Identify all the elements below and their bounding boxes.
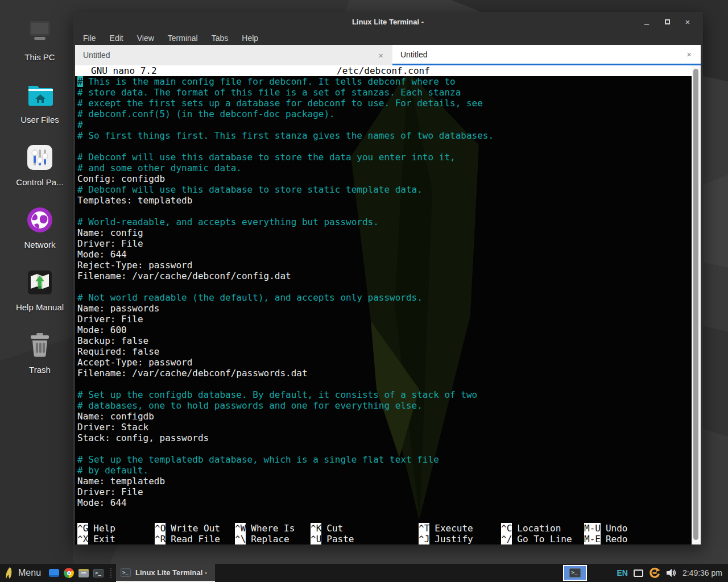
nano-shortcut-where-is[interactable]: ^WWhere Is [235, 523, 311, 534]
linux-lite-logo-icon [5, 567, 14, 579]
nano-shortcut-redo[interactable]: M-ERedo [584, 534, 692, 544]
desktop-icon-trash[interactable]: Trash [8, 329, 72, 375]
nano-line [75, 206, 692, 217]
nano-shortcut-paste[interactable]: ^UPaste [311, 534, 419, 544]
desktop-icon-user-files[interactable]: User Files [8, 78, 72, 124]
nano-line: Accept-Type: password [75, 357, 692, 368]
nano-shortcut-undo[interactable]: M-UUndo [584, 523, 692, 534]
nano-line: Mode: 644 [75, 249, 692, 260]
network-globe-icon [8, 203, 72, 236]
desktop-icon-this-pc[interactable]: This PC [8, 16, 72, 62]
tab-close-icon[interactable]: × [377, 51, 384, 60]
nano-shortcut-cut[interactable]: ^KCut [311, 523, 419, 534]
tray-terminal-icon[interactable]: >_ [563, 565, 587, 581]
nano-line: Name: templatedb [75, 476, 692, 487]
terminal-window: Linux Lite Terminal - – × FileEditViewTe… [73, 12, 703, 544]
updates-icon[interactable] [649, 567, 660, 579]
nano-line: Stack: config, passwords [75, 433, 692, 443]
nano-shortcut-go-to-line[interactable]: ^/Go To Line [501, 534, 584, 544]
nano-line: # databases, one to hold passwords and o… [75, 400, 692, 411]
terminal-icon: >_ [121, 568, 131, 577]
computer-icon [8, 16, 72, 49]
nano-line: Name: config [75, 227, 692, 238]
nano-shortcut-exit[interactable]: ^XExit [77, 534, 155, 544]
volume-icon[interactable] [666, 568, 677, 577]
terminal-launcher-icon[interactable]: >_ [91, 564, 106, 582]
desktop: This PC User Files [0, 0, 728, 582]
desktop-icon-help-manual[interactable]: Help Manual [8, 266, 72, 312]
maximize-button[interactable] [661, 15, 673, 28]
language-indicator[interactable]: EN [617, 568, 627, 577]
terminal-scrollbar[interactable] [692, 65, 701, 544]
tab-close-icon[interactable]: × [685, 49, 693, 59]
nano-shortcut-location[interactable]: ^CLocation [501, 523, 584, 534]
menu-item-file[interactable]: File [83, 34, 96, 43]
nano-shortcut-help[interactable]: ^GHelp [77, 523, 155, 534]
nano-shortcut-justify[interactable]: ^JJustify [419, 534, 501, 544]
taskbar-window-button[interactable]: >_ Linux Lite Terminal - [116, 564, 215, 582]
nano-cursor: # [77, 76, 83, 87]
nano-line [75, 443, 692, 454]
nano-line: Filename: /var/cache/debconf/passwords.d… [75, 368, 692, 379]
menu-item-edit[interactable]: Edit [110, 34, 123, 43]
nano-line [75, 281, 692, 292]
nano-line: # except the first sets up a database fo… [75, 98, 692, 109]
nano-line: # [75, 119, 692, 130]
clock[interactable]: 2:49:36 pm [682, 568, 728, 577]
close-button[interactable]: × [681, 15, 694, 28]
minimize-button[interactable]: – [640, 15, 653, 28]
nano-line: # Debconf will use this database to stor… [75, 184, 692, 195]
window-title: Linux Lite Terminal - [75, 18, 701, 26]
nano-shortcut-execute[interactable]: ^TExecute [419, 523, 501, 534]
nano-line: Mode: 600 [75, 325, 692, 335]
nano-line: Required: false [75, 346, 692, 357]
window-titlebar[interactable]: Linux Lite Terminal - – × [75, 12, 701, 31]
nano-line: Backup: false [75, 335, 692, 346]
trash-icon [8, 329, 72, 361]
nano-titlebar: GNU nano 7.2 /etc/debconf.conf [75, 65, 692, 76]
nano-buffer: # This is the main config file for debco… [75, 76, 692, 508]
nano-line: Driver: Stack [75, 422, 692, 433]
desktop-icon-network[interactable]: Network [8, 203, 72, 250]
nano-line [75, 379, 692, 389]
nano-line: Mode: 644 [75, 497, 692, 508]
nano-line: # World-readable, and accepts everything… [75, 217, 692, 227]
nano-line: Driver: File [75, 238, 692, 249]
nano-line: Driver: File [75, 487, 692, 497]
terminal-screen[interactable]: GNU nano 7.2 /etc/debconf.conf # This is… [75, 65, 692, 544]
file-manager-icon[interactable] [76, 564, 91, 582]
nano-line: Templates: templatedb [75, 195, 692, 206]
nano-line: # Set up the templatedb database, which … [75, 454, 692, 465]
tab-bar: Untitled × Untitled × [75, 45, 701, 65]
nano-line: # by default. [75, 465, 692, 476]
menu-item-help[interactable]: Help [242, 34, 258, 43]
nano-line: Filename: /var/cache/debconf/config.dat [75, 271, 692, 281]
nano-line: # Set up the configdb database. By defau… [75, 389, 692, 400]
nano-line: # and some other dynamic data. [75, 163, 692, 173]
tab-untitled-2[interactable]: Untitled × [392, 45, 701, 65]
nano-line: Driver: File [75, 314, 692, 325]
nano-line: Name: passwords [75, 303, 692, 314]
desktop-icon-control-panel[interactable]: Control Pa... [8, 141, 72, 187]
menu-bar: FileEditViewTerminalTabsHelp [75, 31, 701, 45]
nano-filename: /etc/debconf.conf [75, 65, 692, 76]
nano-shortcut-write-out[interactable]: ^OWrite Out [155, 523, 235, 534]
nano-line: Config: configdb [75, 173, 692, 184]
menu-item-tabs[interactable]: Tabs [212, 34, 229, 43]
menu-item-view[interactable]: View [137, 34, 154, 43]
tab-untitled-1[interactable]: Untitled × [75, 45, 392, 65]
monitor-outline-icon[interactable] [634, 569, 643, 577]
nano-shortcut-replace[interactable]: ^\Replace [235, 534, 311, 544]
nano-line: # store data. The format of this file is… [75, 87, 692, 98]
nano-shortcut-read-file[interactable]: ^RRead File [155, 534, 235, 544]
start-menu-button[interactable]: Menu [0, 564, 47, 582]
show-desktop-icon[interactable] [47, 564, 61, 582]
menu-item-terminal[interactable]: Terminal [168, 34, 198, 43]
chrome-browser-icon[interactable] [61, 564, 76, 582]
nano-line: # This is the main config file for debco… [75, 76, 692, 87]
nano-shortcut-bar: ^GHelp^OWrite Out^WWhere Is^KCut^TExecut… [75, 523, 692, 544]
nano-line: # Not world readable (the default), and … [75, 292, 692, 303]
nano-line: # debconf.conf(5) (in the debconf-doc pa… [75, 109, 692, 119]
scrollbar-thumb[interactable] [693, 69, 698, 540]
nano-line: Reject-Type: password [75, 260, 692, 271]
